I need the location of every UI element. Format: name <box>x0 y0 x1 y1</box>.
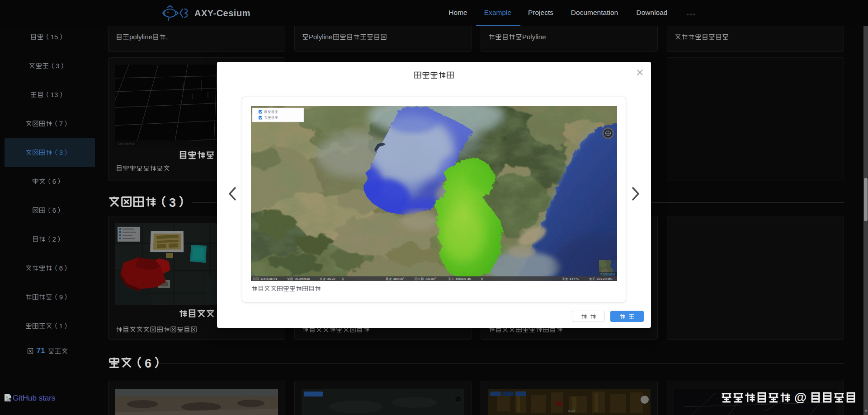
svg-text:4 FPS: 4 FPS <box>570 277 579 281</box>
svg-text:490007.40: 490007.40 <box>456 277 471 281</box>
svg-text:360.00°: 360.00° <box>393 277 405 281</box>
svg-text:116.3 39.9 30: 116.3 39.9 30 <box>118 142 135 145</box>
svg-text:39.399610: 39.399610 <box>295 277 310 281</box>
svg-text:30.22: 30.22 <box>327 277 335 281</box>
svg-text:-90.00°: -90.00° <box>425 277 436 281</box>
svg-text:115.618791: 115.618791 <box>260 277 277 281</box>
svg-text:201.20 MS: 201.20 MS <box>597 277 613 281</box>
